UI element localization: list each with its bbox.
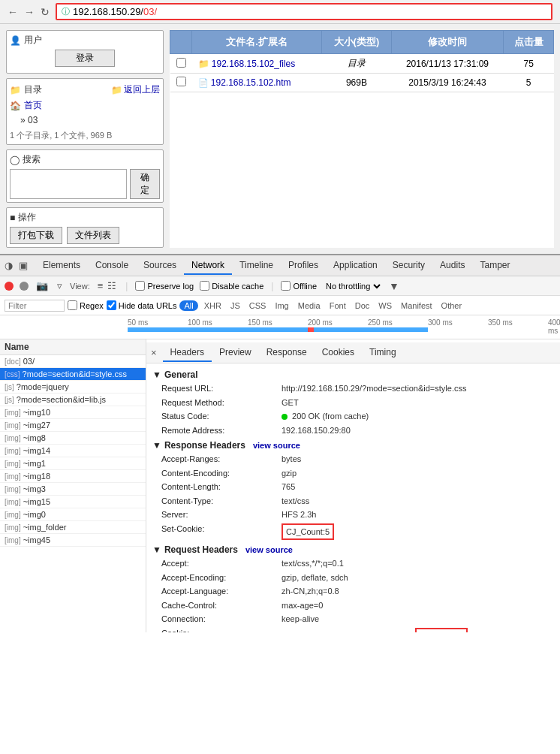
detail-tab-timing[interactable]: Timing	[362, 344, 404, 362]
preserve-log-label[interactable]: Preserve log	[135, 281, 194, 291]
row-checkbox[interactable]	[170, 54, 192, 74]
hide-data-urls-checkbox[interactable]	[107, 300, 116, 310]
network-name-item[interactable]: [js]?mode=section&id=lib.js	[0, 394, 146, 406]
filter-input[interactable]	[5, 300, 65, 312]
devtools-tab-console[interactable]: Console	[88, 257, 136, 275]
resp-header-val: CJ_Count:5	[282, 523, 334, 541]
detail-tab-preview[interactable]: Preview	[212, 344, 259, 362]
devtools-tab-security[interactable]: Security	[385, 257, 432, 275]
resp-header-key: Content-Encoding:	[161, 467, 282, 480]
dir-section: 📁 目录 📁 返回上层 🏠 首页 » 03 1 个子目录, 1 个文件, 969…	[6, 78, 164, 145]
forward-button[interactable]: →	[21, 5, 38, 20]
img-type-icon: [img]	[5, 472, 21, 481]
record-button[interactable]	[5, 282, 14, 291]
close-detail-button[interactable]: ×	[151, 347, 157, 358]
file-link[interactable]: 192.168.15.102_files	[212, 59, 295, 69]
back-button[interactable]: ←	[5, 5, 21, 20]
search-circle-icon: ◯	[10, 155, 20, 165]
list-view-icon[interactable]: ≡	[96, 279, 105, 292]
filelist-button[interactable]: 文件列表	[67, 227, 119, 244]
url-box[interactable]: ⓘ 192.168.150.29/03/	[56, 3, 552, 20]
detail-tab-response[interactable]: Response	[259, 344, 315, 362]
network-name-item[interactable]: [css]?mode=section&id=style.css	[0, 368, 146, 381]
network-name-item[interactable]: [img]~img_folder	[0, 521, 146, 534]
filter-type-js[interactable]: JS	[227, 300, 243, 311]
devtools-tab-audits[interactable]: Audits	[432, 257, 472, 275]
response-headers-title[interactable]: ▼ Response Headers view source	[152, 437, 554, 452]
filter-type-xhr[interactable]: XHR	[201, 300, 224, 311]
devtools-tab-sources[interactable]: Sources	[136, 257, 184, 275]
file-link[interactable]: 192.168.15.102.htm	[211, 77, 291, 88]
filter-type-other[interactable]: Other	[438, 300, 465, 311]
offline-checkbox[interactable]	[281, 281, 291, 291]
filter-type-manifest[interactable]: Manifest	[398, 300, 435, 311]
login-button[interactable]: 登录	[55, 50, 115, 67]
regex-label[interactable]: Regex	[68, 300, 104, 310]
detail-tab-cookies[interactable]: Cookies	[315, 344, 362, 362]
dir-info: 1 个子目录, 1 个文件, 969 B	[10, 127, 160, 141]
devtools-tabs: ElementsConsoleSourcesNetworkTimelinePro…	[35, 257, 517, 275]
filter-type-css[interactable]: CSS	[246, 300, 269, 311]
devtools-tab-network[interactable]: Network	[184, 257, 232, 275]
row-checkbox[interactable]	[170, 74, 192, 92]
filter-type-media[interactable]: Media	[295, 300, 324, 311]
filter-type-font[interactable]: Font	[327, 300, 349, 311]
filter-type-img[interactable]: Img	[272, 300, 291, 311]
network-name-item[interactable]: [img]~img3	[0, 483, 146, 496]
network-name-item[interactable]: [img]~img10	[0, 406, 146, 419]
filter-type-ws[interactable]: WS	[375, 300, 395, 311]
disable-cache-label[interactable]: Disable cache	[200, 281, 263, 291]
filter-icon[interactable]: ▿	[56, 279, 64, 293]
devtools-tab-application[interactable]: Application	[326, 257, 385, 275]
resp-view-source-link[interactable]: view source	[253, 441, 300, 450]
search-button[interactable]: 确定	[130, 169, 160, 199]
network-name-item[interactable]: [img]~img15	[0, 496, 146, 508]
camera-icon[interactable]: 📷	[35, 279, 50, 293]
user-section-title: 👤 用户	[10, 34, 160, 47]
disable-cache-checkbox[interactable]	[200, 281, 209, 291]
refresh-button[interactable]: ↻	[38, 5, 53, 20]
network-name-item[interactable]: [img]~img45	[0, 534, 146, 547]
network-name-item[interactable]: [img]~img8	[0, 432, 146, 445]
home-link[interactable]: 🏠 首页	[10, 98, 160, 113]
item-label: ~img18	[23, 472, 50, 481]
regex-checkbox[interactable]	[68, 300, 77, 310]
req-header-val: zh-CN,zh;q=0.8	[282, 585, 339, 598]
row-name: 📄 192.168.15.102.htm	[192, 74, 322, 92]
inspect-icon[interactable]: ◑	[3, 258, 14, 273]
network-name-item[interactable]: [img]~img0	[0, 508, 146, 521]
detail-content: ▼ General Request URL: http://192.168.15…	[146, 363, 560, 632]
device-icon[interactable]: ▣	[17, 258, 29, 273]
devtools-tab-tamper[interactable]: Tamper	[472, 257, 517, 275]
filter-type-doc[interactable]: Doc	[352, 300, 373, 311]
network-name-item[interactable]: [img]~img1	[0, 457, 146, 470]
devtools-tab-profiles[interactable]: Profiles	[281, 257, 326, 275]
network-name-item[interactable]: [img]~img27	[0, 419, 146, 432]
devtools-tab-bar: ◑ ▣ ElementsConsoleSourcesNetworkTimelin…	[0, 255, 560, 276]
req-toggle-icon: ▼	[152, 544, 161, 555]
throttle-chevron[interactable]: ▼	[389, 280, 399, 292]
network-name-item[interactable]: [img]~img18	[0, 470, 146, 483]
timeline-marker: 150 ms	[248, 318, 272, 327]
general-section-title[interactable]: ▼ General	[152, 366, 554, 382]
req-header-key: Accept-Language:	[161, 585, 282, 598]
throttle-select[interactable]: No throttling	[323, 281, 383, 291]
home-icon: 🏠	[10, 101, 21, 111]
request-headers-title[interactable]: ▼ Request Headers view source	[152, 541, 554, 556]
network-name-item[interactable]: [js]?mode=jquery	[0, 381, 146, 394]
offline-label[interactable]: Offline	[281, 281, 317, 291]
devtools-tab-timeline[interactable]: Timeline	[232, 257, 281, 275]
devtools-tab-elements[interactable]: Elements	[35, 257, 88, 275]
preserve-log-checkbox[interactable]	[135, 281, 145, 291]
network-name-item[interactable]: [doc]03/	[0, 355, 146, 368]
filter-all[interactable]: All	[179, 300, 197, 311]
back-to-parent-link[interactable]: 📁 返回上层	[111, 82, 160, 98]
detail-tab-headers[interactable]: Headers	[163, 344, 212, 362]
stop-button[interactable]	[20, 282, 29, 291]
network-name-item[interactable]: [img]~img14	[0, 445, 146, 457]
hide-data-urls-label[interactable]: Hide data URLs	[107, 300, 177, 310]
search-input[interactable]	[10, 169, 127, 199]
download-button[interactable]: 打包下载	[10, 227, 62, 244]
req-view-source-link[interactable]: view source	[245, 545, 293, 554]
grid-view-icon[interactable]: ☷	[106, 279, 118, 292]
